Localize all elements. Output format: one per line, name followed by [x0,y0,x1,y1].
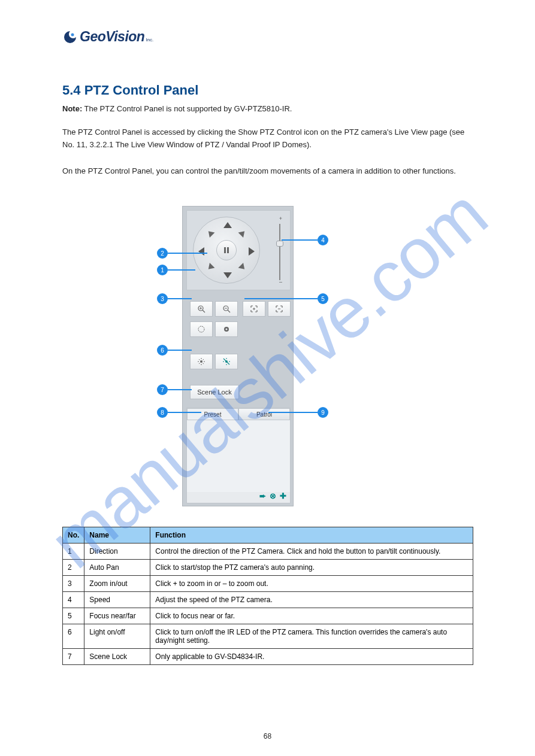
iris-close-button[interactable] [215,321,238,337]
scene-lock-button[interactable]: Scene Lock [190,385,239,399]
cell-no: 2 [63,560,84,576]
zoom-out-icon [222,305,231,313]
zoom-out-button[interactable] [215,301,238,317]
zoom-in-icon [197,305,205,313]
table-row: 5 Focus near/far Click to focus near or … [63,608,473,624]
cell-no: 6 [63,624,84,649]
cell-no: 7 [63,649,84,665]
svg-line-23 [199,363,200,365]
speed-slider-thumb[interactable] [276,241,283,247]
table-row: 4 Speed Adjust the speed of the PTZ came… [63,592,473,608]
tabs-row: Preset Patrol [187,408,290,420]
iris-open-icon [197,325,205,333]
preset-toolbar: ➨ ⊗ ✚ [259,491,286,500]
arrow-left-icon[interactable] [198,247,204,256]
arrow-up-right-icon[interactable] [238,229,247,238]
cell-no: 4 [63,592,84,608]
arrow-down-icon[interactable] [223,272,232,278]
svg-rect-2 [227,247,229,253]
callout-9: 9 [318,407,328,418]
cell-name: Scene Lock [84,649,150,665]
delete-preset-icon[interactable]: ⊗ [270,491,276,500]
ptz-pad-area: + – [186,210,291,290]
svg-point-13 [198,326,204,332]
zoom-in-button[interactable] [190,301,213,317]
cell-name: Light on/off [84,624,150,649]
ptz-control-panel: + – [182,206,294,506]
arrow-down-left-icon[interactable] [206,263,215,272]
iris-close-icon [222,325,231,333]
callout-line [282,239,318,241]
cell-no: 5 [63,608,84,624]
light-on-button[interactable] [190,354,213,369]
th-function: Function [150,527,473,544]
speed-plus-label: + [279,215,282,221]
th-no: No. [63,527,84,544]
pause-icon [223,247,230,254]
svg-line-8 [228,310,230,312]
table-row: 1 Direction Control the direction of the… [63,544,473,560]
focus-far-button[interactable] [268,301,291,317]
table-header-row: No. Name Function [63,527,473,544]
svg-point-0 [71,33,74,36]
callout-6: 6 [157,345,168,356]
cell-function: Click + to zoom in or – to zoom out. [150,576,473,592]
add-preset-icon[interactable]: ✚ [280,491,286,500]
th-name: Name [84,527,150,544]
svg-point-16 [200,360,202,363]
zoom-button-row [190,301,238,317]
callout-line [168,298,192,299]
svg-line-4 [202,310,205,312]
focus-near-icon [250,305,258,313]
speed-minus-label: – [279,279,282,285]
cell-function: Only applicable to GV-SD4834-IR. [150,649,473,665]
callout-line [244,298,318,299]
tab-preset[interactable]: Preset [187,408,238,420]
note-text: The PTZ Control Panel is not supported b… [84,104,292,113]
arrow-up-icon[interactable] [223,222,232,228]
cell-name: Focus near/far [84,608,150,624]
goto-preset-icon[interactable]: ➨ [259,491,266,500]
geovision-crescent-icon [63,30,77,44]
table-row: 3 Zoom in/out Click + to zoom in or – to… [63,576,473,592]
light-off-button[interactable] [215,354,238,369]
preset-patrol-container: Preset Patrol ➨ ⊗ ✚ [186,408,291,503]
cell-function: Control the direction of the PTZ Camera.… [150,544,473,560]
tab-body [187,420,290,492]
arrow-up-left-icon[interactable] [206,229,215,238]
callout-line [168,389,192,390]
section-note: Note: The PTZ Control Panel is not suppo… [62,104,292,113]
callout-2: 2 [157,248,168,259]
iris-open-button[interactable] [190,321,213,337]
callout-line [168,412,201,413]
svg-rect-1 [224,247,226,253]
speed-slider-track[interactable] [279,224,280,280]
table-row: 7 Scene Lock Only applicable to GV-SD483… [63,649,473,665]
cell-no: 3 [63,576,84,592]
ptz-direction-wheel[interactable] [193,217,260,284]
svg-line-30 [223,359,229,365]
cell-name: Auto Pan [84,560,150,576]
light-off-icon [222,357,231,366]
section-heading: 5.4 PTZ Control Panel [62,83,198,98]
ptz-panel-figure: 2 1 3 6 7 8 4 5 9 [151,204,385,509]
focus-near-button[interactable] [243,301,265,317]
callout-line [168,253,207,254]
auto-pan-button[interactable] [216,240,237,260]
arrow-right-icon[interactable] [249,247,255,256]
cell-name: Direction [84,544,150,560]
logo-suffix: Inc. [146,37,153,42]
cell-no: 1 [63,544,84,560]
svg-point-15 [226,329,228,330]
svg-line-21 [199,359,200,360]
cell-function: Adjust the speed of the PTZ camera. [150,592,473,608]
svg-line-22 [203,363,204,365]
logo-text: GeoVision [80,29,144,45]
controls-table: No. Name Function 1 Direction Control th… [62,527,473,665]
brand-logo: GeoVision Inc. [63,29,153,45]
tab-patrol[interactable]: Patrol [238,408,290,420]
callout-8: 8 [157,407,168,418]
cell-function: Click to turn on/off the IR LED of the P… [150,624,473,649]
arrow-down-right-icon[interactable] [238,263,247,272]
callout-1: 1 [157,265,168,275]
